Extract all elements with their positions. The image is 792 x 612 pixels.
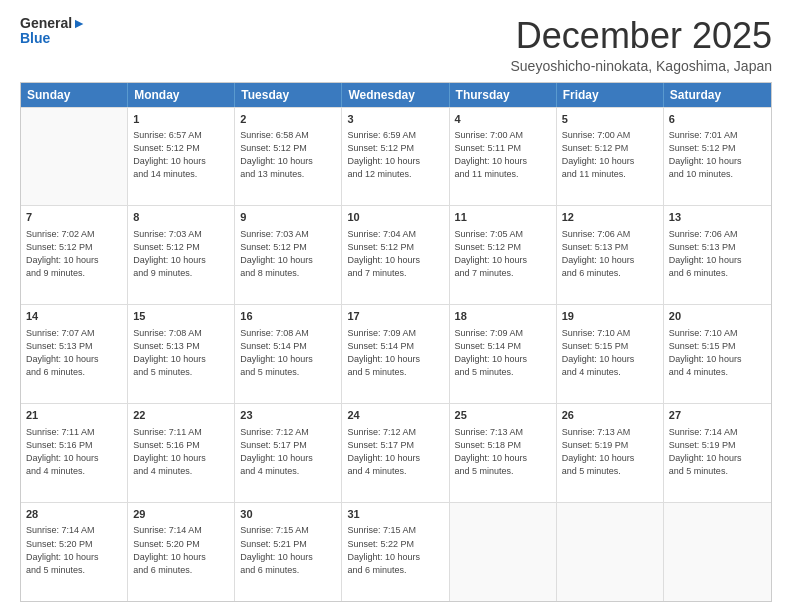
calendar-week-3: 14Sunrise: 7:07 AM Sunset: 5:13 PM Dayli…	[21, 304, 771, 403]
day-info: Sunrise: 6:59 AM Sunset: 5:12 PM Dayligh…	[347, 129, 443, 181]
day-info: Sunrise: 7:03 AM Sunset: 5:12 PM Dayligh…	[240, 228, 336, 280]
calendar-day-21: 21Sunrise: 7:11 AM Sunset: 5:16 PM Dayli…	[21, 404, 128, 502]
calendar-week-1: 1Sunrise: 6:57 AM Sunset: 5:12 PM Daylig…	[21, 107, 771, 206]
weekday-header-monday: Monday	[128, 83, 235, 107]
logo-general: General►	[20, 16, 86, 31]
weekday-header-friday: Friday	[557, 83, 664, 107]
weekday-header-sunday: Sunday	[21, 83, 128, 107]
day-number: 17	[347, 309, 443, 324]
calendar-empty-cell	[450, 503, 557, 601]
day-info: Sunrise: 7:00 AM Sunset: 5:11 PM Dayligh…	[455, 129, 551, 181]
day-number: 1	[133, 112, 229, 127]
calendar-day-8: 8Sunrise: 7:03 AM Sunset: 5:12 PM Daylig…	[128, 206, 235, 304]
day-number: 18	[455, 309, 551, 324]
day-number: 30	[240, 507, 336, 522]
day-number: 20	[669, 309, 766, 324]
weekday-header-tuesday: Tuesday	[235, 83, 342, 107]
calendar-day-20: 20Sunrise: 7:10 AM Sunset: 5:15 PM Dayli…	[664, 305, 771, 403]
day-number: 10	[347, 210, 443, 225]
day-info: Sunrise: 7:13 AM Sunset: 5:18 PM Dayligh…	[455, 426, 551, 478]
calendar-day-18: 18Sunrise: 7:09 AM Sunset: 5:14 PM Dayli…	[450, 305, 557, 403]
day-info: Sunrise: 7:14 AM Sunset: 5:20 PM Dayligh…	[26, 524, 122, 576]
day-number: 12	[562, 210, 658, 225]
calendar: SundayMondayTuesdayWednesdayThursdayFrid…	[20, 82, 772, 602]
calendar-day-26: 26Sunrise: 7:13 AM Sunset: 5:19 PM Dayli…	[557, 404, 664, 502]
day-number: 15	[133, 309, 229, 324]
day-info: Sunrise: 7:08 AM Sunset: 5:14 PM Dayligh…	[240, 327, 336, 379]
day-info: Sunrise: 7:13 AM Sunset: 5:19 PM Dayligh…	[562, 426, 658, 478]
day-number: 13	[669, 210, 766, 225]
weekday-header-wednesday: Wednesday	[342, 83, 449, 107]
day-info: Sunrise: 7:09 AM Sunset: 5:14 PM Dayligh…	[347, 327, 443, 379]
calendar-day-28: 28Sunrise: 7:14 AM Sunset: 5:20 PM Dayli…	[21, 503, 128, 601]
day-info: Sunrise: 7:10 AM Sunset: 5:15 PM Dayligh…	[562, 327, 658, 379]
day-number: 26	[562, 408, 658, 423]
calendar-day-13: 13Sunrise: 7:06 AM Sunset: 5:13 PM Dayli…	[664, 206, 771, 304]
day-info: Sunrise: 7:02 AM Sunset: 5:12 PM Dayligh…	[26, 228, 122, 280]
day-info: Sunrise: 7:12 AM Sunset: 5:17 PM Dayligh…	[240, 426, 336, 478]
calendar-day-29: 29Sunrise: 7:14 AM Sunset: 5:20 PM Dayli…	[128, 503, 235, 601]
day-info: Sunrise: 7:14 AM Sunset: 5:19 PM Dayligh…	[669, 426, 766, 478]
weekday-header-thursday: Thursday	[450, 83, 557, 107]
day-number: 31	[347, 507, 443, 522]
day-number: 28	[26, 507, 122, 522]
month-title: December 2025	[510, 16, 772, 56]
calendar-day-24: 24Sunrise: 7:12 AM Sunset: 5:17 PM Dayli…	[342, 404, 449, 502]
day-info: Sunrise: 7:15 AM Sunset: 5:22 PM Dayligh…	[347, 524, 443, 576]
day-number: 4	[455, 112, 551, 127]
calendar-empty-cell	[557, 503, 664, 601]
day-number: 6	[669, 112, 766, 127]
day-number: 2	[240, 112, 336, 127]
weekday-header-saturday: Saturday	[664, 83, 771, 107]
day-info: Sunrise: 7:06 AM Sunset: 5:13 PM Dayligh…	[562, 228, 658, 280]
calendar-empty-cell	[664, 503, 771, 601]
calendar-day-16: 16Sunrise: 7:08 AM Sunset: 5:14 PM Dayli…	[235, 305, 342, 403]
day-info: Sunrise: 7:06 AM Sunset: 5:13 PM Dayligh…	[669, 228, 766, 280]
day-info: Sunrise: 7:09 AM Sunset: 5:14 PM Dayligh…	[455, 327, 551, 379]
calendar-day-10: 10Sunrise: 7:04 AM Sunset: 5:12 PM Dayli…	[342, 206, 449, 304]
calendar-day-31: 31Sunrise: 7:15 AM Sunset: 5:22 PM Dayli…	[342, 503, 449, 601]
calendar-week-5: 28Sunrise: 7:14 AM Sunset: 5:20 PM Dayli…	[21, 502, 771, 601]
day-info: Sunrise: 7:05 AM Sunset: 5:12 PM Dayligh…	[455, 228, 551, 280]
calendar-day-9: 9Sunrise: 7:03 AM Sunset: 5:12 PM Daylig…	[235, 206, 342, 304]
day-info: Sunrise: 7:11 AM Sunset: 5:16 PM Dayligh…	[133, 426, 229, 478]
day-info: Sunrise: 7:04 AM Sunset: 5:12 PM Dayligh…	[347, 228, 443, 280]
day-number: 22	[133, 408, 229, 423]
day-number: 9	[240, 210, 336, 225]
calendar-body: 1Sunrise: 6:57 AM Sunset: 5:12 PM Daylig…	[21, 107, 771, 601]
day-info: Sunrise: 7:10 AM Sunset: 5:15 PM Dayligh…	[669, 327, 766, 379]
day-number: 24	[347, 408, 443, 423]
day-number: 29	[133, 507, 229, 522]
day-info: Sunrise: 7:15 AM Sunset: 5:21 PM Dayligh…	[240, 524, 336, 576]
location: Sueyoshicho-ninokata, Kagoshima, Japan	[510, 58, 772, 74]
calendar-day-27: 27Sunrise: 7:14 AM Sunset: 5:19 PM Dayli…	[664, 404, 771, 502]
calendar-day-11: 11Sunrise: 7:05 AM Sunset: 5:12 PM Dayli…	[450, 206, 557, 304]
day-number: 7	[26, 210, 122, 225]
day-info: Sunrise: 6:57 AM Sunset: 5:12 PM Dayligh…	[133, 129, 229, 181]
calendar-day-6: 6Sunrise: 7:01 AM Sunset: 5:12 PM Daylig…	[664, 108, 771, 206]
calendar-day-12: 12Sunrise: 7:06 AM Sunset: 5:13 PM Dayli…	[557, 206, 664, 304]
calendar-week-2: 7Sunrise: 7:02 AM Sunset: 5:12 PM Daylig…	[21, 205, 771, 304]
calendar-day-23: 23Sunrise: 7:12 AM Sunset: 5:17 PM Dayli…	[235, 404, 342, 502]
day-number: 25	[455, 408, 551, 423]
calendar-day-7: 7Sunrise: 7:02 AM Sunset: 5:12 PM Daylig…	[21, 206, 128, 304]
day-info: Sunrise: 7:11 AM Sunset: 5:16 PM Dayligh…	[26, 426, 122, 478]
calendar-day-30: 30Sunrise: 7:15 AM Sunset: 5:21 PM Dayli…	[235, 503, 342, 601]
day-info: Sunrise: 7:01 AM Sunset: 5:12 PM Dayligh…	[669, 129, 766, 181]
day-info: Sunrise: 7:07 AM Sunset: 5:13 PM Dayligh…	[26, 327, 122, 379]
header: General► Blue December 2025 Sueyoshicho-…	[20, 16, 772, 74]
title-block: December 2025 Sueyoshicho-ninokata, Kago…	[510, 16, 772, 74]
day-number: 3	[347, 112, 443, 127]
calendar-day-25: 25Sunrise: 7:13 AM Sunset: 5:18 PM Dayli…	[450, 404, 557, 502]
day-info: Sunrise: 7:00 AM Sunset: 5:12 PM Dayligh…	[562, 129, 658, 181]
calendar-day-1: 1Sunrise: 6:57 AM Sunset: 5:12 PM Daylig…	[128, 108, 235, 206]
calendar-day-4: 4Sunrise: 7:00 AM Sunset: 5:11 PM Daylig…	[450, 108, 557, 206]
day-number: 8	[133, 210, 229, 225]
calendar-day-19: 19Sunrise: 7:10 AM Sunset: 5:15 PM Dayli…	[557, 305, 664, 403]
day-number: 23	[240, 408, 336, 423]
logo-blue: Blue	[20, 31, 86, 46]
day-info: Sunrise: 7:12 AM Sunset: 5:17 PM Dayligh…	[347, 426, 443, 478]
day-number: 11	[455, 210, 551, 225]
day-info: Sunrise: 6:58 AM Sunset: 5:12 PM Dayligh…	[240, 129, 336, 181]
calendar-empty-cell	[21, 108, 128, 206]
